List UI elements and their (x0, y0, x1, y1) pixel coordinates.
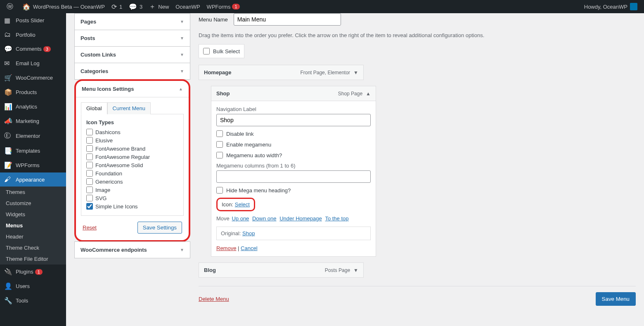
save-menu-button[interactable]: Save Menu (596, 292, 636, 306)
sidebar-item-wpforms[interactable]: 📝WPForms (0, 158, 66, 172)
caret-down-icon: ▼ (353, 70, 358, 76)
caret-up-icon: ▲ (366, 91, 371, 97)
save-settings-button[interactable]: Save Settings (137, 222, 182, 234)
panel-head[interactable]: Custom Links▼ (75, 47, 190, 63)
sidebar-item-templates[interactable]: 📑Templates (0, 144, 66, 158)
sidebar-item-email-log[interactable]: ✉Email Log (0, 56, 66, 71)
panel-pages: Pages▼ (74, 13, 190, 30)
bulk-select-checkbox[interactable] (203, 48, 210, 54)
sidebar-item-analytics[interactable]: 📊Analytics (0, 99, 66, 114)
icon-type-row: Simple Line Icons (86, 202, 178, 210)
icon-select-link[interactable]: Select (235, 201, 250, 208)
menu-item-homepage-head[interactable]: Homepage Front Page, Elementor▼ (199, 65, 363, 80)
oceanwp-link[interactable]: OceanWP (172, 0, 203, 13)
tab-global[interactable]: Global (81, 102, 107, 114)
count-badge: 1 (35, 269, 43, 275)
panel-head[interactable]: Pages▼ (75, 14, 190, 30)
site-title: WordPress Beta — OceanWP (33, 4, 105, 10)
submenu-item-customize[interactable]: Customize (0, 198, 66, 209)
move-up-link[interactable]: Up one (232, 215, 249, 222)
sidebar-item-elementor[interactable]: ⒺElementor (0, 128, 66, 144)
icon-type-checkbox[interactable] (86, 137, 93, 144)
menu-item-shop: Shop Shop Page▲ Navigation Label Disable… (211, 86, 376, 257)
menu-icon: 🖌 (4, 176, 12, 183)
sidebar-item-marketing[interactable]: 📣Marketing (0, 114, 66, 128)
enable-megamenu-checkbox[interactable] (216, 141, 223, 148)
icon-type-checkbox[interactable] (86, 154, 93, 160)
mega-cols-label: Megamenu columns (from 1 to 6) (216, 163, 371, 169)
menu-icon: 📝 (4, 161, 12, 169)
original-link[interactable]: Shop (242, 230, 255, 236)
icon-type-checkbox[interactable] (86, 145, 93, 152)
submenu-item-themes[interactable]: Themes (0, 187, 66, 198)
site-link[interactable]: 🏠WordPress Beta — OceanWP (19, 0, 108, 13)
sidebar-item-appearance[interactable]: 🖌Appearance (0, 172, 66, 187)
menu-icon: 🔧 (4, 297, 12, 305)
caret-down-icon: ▼ (180, 248, 184, 252)
sidebar-item-tools[interactable]: 🔧Tools (0, 293, 66, 308)
mega-cols-input[interactable] (216, 170, 371, 183)
submenu-item-theme-file-editor[interactable]: Theme File Editor (0, 253, 66, 265)
menu-name-input[interactable] (234, 13, 341, 26)
icon-type-checkbox[interactable] (86, 170, 93, 177)
move-under-link[interactable]: Under Homepage (279, 215, 322, 222)
disable-link-checkbox[interactable] (216, 130, 223, 137)
woocommerce-endpoints-head[interactable]: WooCommerce endpoints ▼ (75, 242, 190, 258)
sidebar-item-users[interactable]: 👤Users (0, 279, 66, 293)
submenu-item-header[interactable]: Header (0, 231, 66, 242)
help-text: Drag the items into the order you prefer… (199, 32, 636, 38)
menu-icon: 🛒 (4, 74, 12, 82)
move-top-link[interactable]: To the top (325, 215, 348, 222)
panel-posts: Posts▼ (74, 30, 190, 47)
megamenu-autowidth-checkbox[interactable] (216, 152, 223, 158)
panel-head[interactable]: Posts▼ (75, 30, 190, 46)
icon-type-row: SVG (86, 194, 178, 202)
delete-menu-link[interactable]: Delete Menu (199, 296, 229, 302)
icon-type-checkbox[interactable] (86, 162, 93, 168)
icon-type-row: Elusive (86, 136, 178, 144)
icon-type-checkbox[interactable] (86, 203, 93, 210)
menu-item-homepage: Homepage Front Page, Elementor▼ (199, 65, 364, 80)
sidebar-item-woocommerce[interactable]: 🛒WooCommerce (0, 71, 66, 85)
tab-current-menu[interactable]: Current Menu (107, 102, 151, 114)
submenu-item-menus[interactable]: Menus (0, 220, 66, 231)
menu-item-blog: Blog Posts Page▼ (199, 262, 364, 278)
icon-type-checkbox[interactable] (86, 187, 93, 193)
menu-item-blog-head[interactable]: Blog Posts Page▼ (199, 263, 363, 277)
menu-icon: Ⓔ (4, 132, 12, 140)
new-content[interactable]: ＋New (146, 0, 172, 13)
menu-icons-settings-head[interactable]: Menu Icons Settings ▲ (76, 81, 189, 97)
move-down-link[interactable]: Down one (252, 215, 277, 222)
panel-custom-links: Custom Links▼ (74, 46, 190, 63)
remove-link[interactable]: Remove (216, 245, 236, 251)
sidebar-item-comments[interactable]: 💬Comments3 (0, 42, 66, 56)
menu-icon: 👤 (4, 282, 12, 290)
icon-type-checkbox[interactable] (86, 129, 93, 135)
caret-down-icon: ▼ (180, 36, 184, 40)
nav-label-input[interactable] (216, 114, 371, 126)
menu-icon: 💬 (4, 45, 12, 53)
caret-down-icon: ▼ (180, 52, 184, 57)
sidebar-item-products[interactable]: 📦Products (0, 85, 66, 99)
wp-logo[interactable]: ⓦ (3, 0, 19, 13)
icon-type-checkbox[interactable] (86, 195, 93, 201)
sidebar-item-plugins[interactable]: 🔌Plugins1 (0, 265, 66, 279)
cancel-link[interactable]: Cancel (241, 245, 257, 251)
updates[interactable]: ⟳1 (108, 0, 125, 13)
sidebar-item-portfolio[interactable]: 🗂Portfolio (0, 28, 66, 42)
count-badge: 3 (43, 46, 51, 52)
comment-icon: 💬 (129, 3, 137, 11)
wpforms-link[interactable]: WPForms1 (204, 0, 243, 13)
comments-bubble[interactable]: 💬3 (125, 0, 146, 13)
hide-heading-checkbox[interactable] (216, 187, 223, 194)
submenu-item-theme-check[interactable]: Theme Check (0, 242, 66, 253)
icon-type-row: Dashicons (86, 128, 178, 136)
howdy-user[interactable]: Howdy, OceanWP (581, 0, 641, 13)
menu-item-shop-head[interactable]: Shop Shop Page▲ (211, 86, 376, 101)
panel-head[interactable]: Categories▼ (75, 63, 190, 79)
sidebar-item-posts-slider[interactable]: ▦Posts Slider (0, 13, 66, 28)
bulk-select[interactable]: Bulk Select (199, 44, 244, 58)
submenu-item-widgets[interactable]: Widgets (0, 209, 66, 220)
icon-type-checkbox[interactable] (86, 178, 93, 185)
reset-link[interactable]: Reset (83, 224, 97, 231)
